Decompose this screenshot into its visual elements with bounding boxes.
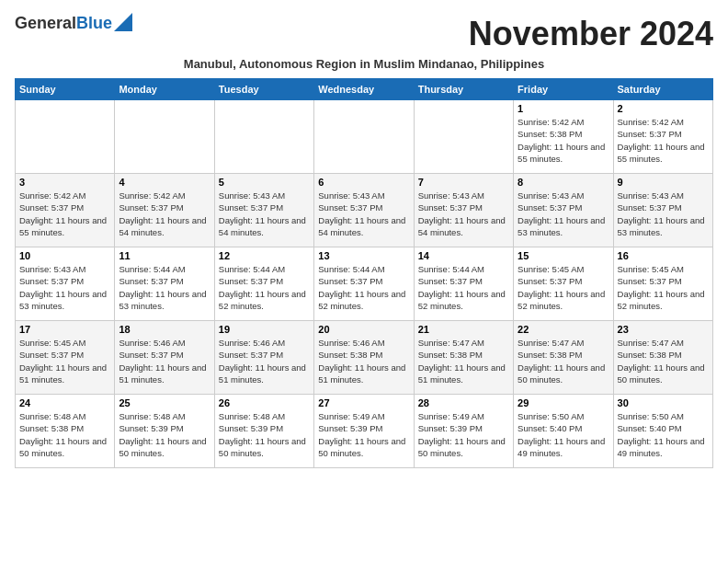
calendar-day-cell: 25Sunrise: 5:48 AMSunset: 5:39 PMDayligh…	[115, 395, 214, 468]
day-info-text: Sunrise: 5:43 AMSunset: 5:37 PMDaylight:…	[518, 190, 609, 238]
day-info-text: Sunrise: 5:43 AMSunset: 5:37 PMDaylight:…	[418, 190, 509, 238]
day-of-week-header: Sunday	[16, 79, 115, 100]
calendar-day-cell: 16Sunrise: 5:45 AMSunset: 5:37 PMDayligh…	[613, 247, 712, 321]
calendar-week-row: 1Sunrise: 5:42 AMSunset: 5:38 PMDaylight…	[16, 100, 713, 174]
calendar-week-row: 10Sunrise: 5:43 AMSunset: 5:37 PMDayligh…	[16, 247, 713, 321]
day-info-text: Sunrise: 5:45 AMSunset: 5:37 PMDaylight:…	[618, 263, 709, 312]
calendar-day-cell: 2Sunrise: 5:42 AMSunset: 5:37 PMDaylight…	[613, 100, 712, 174]
calendar-day-cell: 23Sunrise: 5:47 AMSunset: 5:38 PMDayligh…	[613, 321, 712, 395]
day-info-text: Sunrise: 5:49 AMSunset: 5:39 PMDaylight:…	[418, 410, 509, 459]
day-number: 19	[219, 324, 310, 335]
calendar-day-cell: 8Sunrise: 5:43 AMSunset: 5:37 PMDaylight…	[514, 174, 613, 247]
calendar-day-cell: 19Sunrise: 5:46 AMSunset: 5:37 PMDayligh…	[214, 321, 313, 395]
day-number: 27	[318, 397, 409, 408]
day-of-week-header: Friday	[514, 79, 613, 100]
day-number: 23	[618, 324, 709, 335]
day-number: 5	[219, 177, 310, 188]
day-info-text: Sunrise: 5:42 AMSunset: 5:37 PMDaylight:…	[618, 116, 709, 165]
logo: GeneralBlue	[15, 15, 132, 33]
calendar-day-cell: 15Sunrise: 5:45 AMSunset: 5:37 PMDayligh…	[514, 247, 613, 321]
day-number: 29	[518, 397, 609, 408]
day-info-text: Sunrise: 5:47 AMSunset: 5:38 PMDaylight:…	[418, 337, 509, 385]
day-of-week-header: Saturday	[613, 79, 712, 100]
calendar-day-cell	[214, 100, 313, 174]
page-header: GeneralBlue November 2024	[15, 15, 713, 53]
calendar-day-cell: 6Sunrise: 5:43 AMSunset: 5:37 PMDaylight…	[314, 174, 414, 247]
calendar-day-cell: 24Sunrise: 5:48 AMSunset: 5:38 PMDayligh…	[16, 395, 115, 468]
calendar-day-cell: 28Sunrise: 5:49 AMSunset: 5:39 PMDayligh…	[414, 395, 513, 468]
day-info-text: Sunrise: 5:50 AMSunset: 5:40 PMDaylight:…	[518, 410, 609, 459]
calendar-day-cell: 27Sunrise: 5:49 AMSunset: 5:39 PMDayligh…	[314, 395, 414, 468]
day-info-text: Sunrise: 5:43 AMSunset: 5:37 PMDaylight:…	[618, 190, 709, 238]
day-number: 18	[119, 324, 210, 335]
day-number: 28	[418, 397, 509, 408]
day-info-text: Sunrise: 5:45 AMSunset: 5:37 PMDaylight:…	[518, 263, 609, 312]
day-info-text: Sunrise: 5:45 AMSunset: 5:37 PMDaylight:…	[19, 337, 110, 385]
calendar-day-cell: 4Sunrise: 5:42 AMSunset: 5:37 PMDaylight…	[115, 174, 214, 247]
day-number: 8	[518, 177, 609, 188]
day-number: 9	[618, 177, 709, 188]
calendar-week-row: 24Sunrise: 5:48 AMSunset: 5:38 PMDayligh…	[16, 395, 713, 468]
calendar-day-cell: 10Sunrise: 5:43 AMSunset: 5:37 PMDayligh…	[16, 247, 115, 321]
day-info-text: Sunrise: 5:42 AMSunset: 5:37 PMDaylight:…	[119, 190, 210, 238]
day-info-text: Sunrise: 5:42 AMSunset: 5:38 PMDaylight:…	[518, 116, 609, 165]
month-title: November 2024	[469, 15, 713, 53]
calendar-day-cell: 5Sunrise: 5:43 AMSunset: 5:37 PMDaylight…	[214, 174, 313, 247]
day-of-week-header: Wednesday	[314, 79, 414, 100]
day-of-week-header: Tuesday	[214, 79, 313, 100]
day-info-text: Sunrise: 5:46 AMSunset: 5:37 PMDaylight:…	[219, 337, 310, 385]
calendar-day-cell: 9Sunrise: 5:43 AMSunset: 5:37 PMDaylight…	[613, 174, 712, 247]
calendar-day-cell	[115, 100, 214, 174]
calendar-subtitle: Manubul, Autonomous Region in Muslim Min…	[15, 57, 713, 71]
day-info-text: Sunrise: 5:48 AMSunset: 5:38 PMDaylight:…	[19, 410, 110, 459]
day-number: 22	[518, 324, 609, 335]
day-number: 1	[518, 103, 609, 114]
calendar-day-cell: 22Sunrise: 5:47 AMSunset: 5:38 PMDayligh…	[514, 321, 613, 395]
calendar-day-cell: 3Sunrise: 5:42 AMSunset: 5:37 PMDaylight…	[16, 174, 115, 247]
day-info-text: Sunrise: 5:43 AMSunset: 5:37 PMDaylight:…	[19, 263, 110, 312]
day-info-text: Sunrise: 5:50 AMSunset: 5:40 PMDaylight:…	[618, 410, 709, 459]
day-info-text: Sunrise: 5:44 AMSunset: 5:37 PMDaylight:…	[318, 263, 409, 312]
day-number: 12	[219, 250, 310, 261]
calendar-day-cell: 26Sunrise: 5:48 AMSunset: 5:39 PMDayligh…	[214, 395, 313, 468]
day-number: 15	[518, 250, 609, 261]
day-number: 16	[618, 250, 709, 261]
day-number: 11	[119, 250, 210, 261]
day-info-text: Sunrise: 5:47 AMSunset: 5:38 PMDaylight:…	[618, 337, 709, 385]
day-info-text: Sunrise: 5:46 AMSunset: 5:38 PMDaylight:…	[318, 337, 409, 385]
day-number: 2	[618, 103, 709, 114]
calendar-day-cell: 18Sunrise: 5:46 AMSunset: 5:37 PMDayligh…	[115, 321, 214, 395]
day-info-text: Sunrise: 5:48 AMSunset: 5:39 PMDaylight:…	[119, 410, 210, 459]
day-info-text: Sunrise: 5:43 AMSunset: 5:37 PMDaylight:…	[219, 190, 310, 238]
day-number: 14	[418, 250, 509, 261]
svg-marker-0	[114, 13, 132, 31]
calendar-day-cell: 17Sunrise: 5:45 AMSunset: 5:37 PMDayligh…	[16, 321, 115, 395]
calendar-day-cell: 11Sunrise: 5:44 AMSunset: 5:37 PMDayligh…	[115, 247, 214, 321]
day-number: 24	[19, 397, 110, 408]
calendar-day-cell: 21Sunrise: 5:47 AMSunset: 5:38 PMDayligh…	[414, 321, 513, 395]
day-of-week-header: Monday	[115, 79, 214, 100]
day-number: 20	[318, 324, 409, 335]
day-info-text: Sunrise: 5:48 AMSunset: 5:39 PMDaylight:…	[219, 410, 310, 459]
day-info-text: Sunrise: 5:44 AMSunset: 5:37 PMDaylight:…	[119, 263, 210, 312]
day-number: 10	[19, 250, 110, 261]
calendar-day-cell: 1Sunrise: 5:42 AMSunset: 5:38 PMDaylight…	[514, 100, 613, 174]
day-info-text: Sunrise: 5:46 AMSunset: 5:37 PMDaylight:…	[119, 337, 210, 385]
day-number: 7	[418, 177, 509, 188]
calendar-table: SundayMondayTuesdayWednesdayThursdayFrid…	[15, 78, 713, 468]
calendar-day-cell	[414, 100, 513, 174]
day-number: 21	[418, 324, 509, 335]
calendar-week-row: 17Sunrise: 5:45 AMSunset: 5:37 PMDayligh…	[16, 321, 713, 395]
day-number: 26	[219, 397, 310, 408]
calendar-day-cell: 29Sunrise: 5:50 AMSunset: 5:40 PMDayligh…	[514, 395, 613, 468]
calendar-day-cell: 30Sunrise: 5:50 AMSunset: 5:40 PMDayligh…	[613, 395, 712, 468]
day-info-text: Sunrise: 5:47 AMSunset: 5:38 PMDaylight:…	[518, 337, 609, 385]
day-number: 25	[119, 397, 210, 408]
day-number: 30	[618, 397, 709, 408]
day-number: 13	[318, 250, 409, 261]
day-number: 3	[19, 177, 110, 188]
day-info-text: Sunrise: 5:43 AMSunset: 5:37 PMDaylight:…	[318, 190, 409, 238]
calendar-day-cell: 20Sunrise: 5:46 AMSunset: 5:38 PMDayligh…	[314, 321, 414, 395]
calendar-day-cell: 13Sunrise: 5:44 AMSunset: 5:37 PMDayligh…	[314, 247, 414, 321]
day-info-text: Sunrise: 5:42 AMSunset: 5:37 PMDaylight:…	[19, 190, 110, 238]
